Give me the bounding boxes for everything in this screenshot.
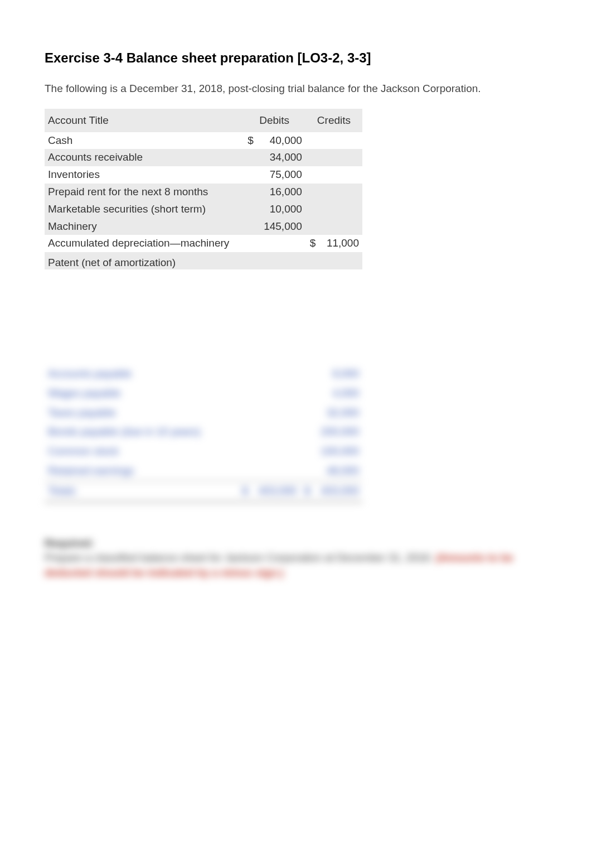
table-row: Wages payable 4,000: [45, 384, 362, 403]
account-title: Patent (net of amortization): [48, 257, 176, 268]
col-header-debits: Debits: [243, 109, 305, 132]
table-row: Bonds payable (due in 10 years) 200,000: [45, 422, 362, 442]
credit-value: 8,000: [314, 364, 362, 384]
required-text: Prepare a classified balance sheet for J…: [45, 552, 435, 563]
required-block: Required: Prepare a classified balance s…: [45, 536, 535, 581]
debit-currency: [243, 184, 256, 201]
credit-currency: [305, 184, 319, 201]
totals-row: Totals $ 403,000 $ 403,000: [45, 481, 362, 501]
debit-value: [257, 235, 305, 252]
debit-value: 40,000: [257, 132, 305, 150]
debit-currency: [243, 218, 256, 235]
debit-value: 75,000: [257, 166, 305, 184]
table-row: Taxes payable 32,000: [45, 403, 362, 423]
table-row: Inventories 75,000: [45, 166, 362, 184]
credit-currency: [305, 149, 319, 166]
account-title: Accumulated depreciation—machinery: [45, 235, 243, 252]
required-note: (Amounts to be deducted should be indica…: [45, 552, 513, 578]
debit-currency: $: [243, 132, 256, 150]
credit-currency: $: [305, 235, 319, 252]
account-title: Wages payable: [45, 384, 237, 403]
account-title: Cash: [45, 132, 243, 150]
credit-value: [319, 149, 362, 166]
account-title: Prepaid rent for the next 8 months: [45, 184, 243, 201]
exercise-title: Exercise 3-4 Balance sheet preparation […: [45, 50, 547, 66]
credit-currency: [305, 201, 319, 218]
account-title: Retained earnings: [45, 461, 237, 481]
debit-value: 16,000: [257, 184, 305, 201]
table-row-cutoff: Patent (net of amortization): [45, 252, 362, 269]
table-row: Machinery 145,000: [45, 218, 362, 235]
trial-balance-table: Account Title Debits Credits Cash $ 40,0…: [45, 109, 362, 269]
account-title: Marketable securities (short term): [45, 201, 243, 218]
table-row: Retained earnings 48,000: [45, 461, 362, 481]
credit-value: 11,000: [319, 235, 362, 252]
debit-currency: [243, 166, 256, 184]
credit-value: 403,000: [314, 481, 362, 501]
table-row: Marketable securities (short term) 10,00…: [45, 201, 362, 218]
account-title: Accounts receivable: [45, 149, 243, 166]
credit-value: [319, 201, 362, 218]
exercise-intro: The following is a December 31, 2018, po…: [45, 81, 535, 97]
table-row: Accumulated depreciation—machinery $ 11,…: [45, 235, 362, 252]
blurred-region: Accounts payable 8,000 Wages payable 4,0…: [45, 364, 547, 503]
credit-currency: [305, 218, 319, 235]
totals-label: Totals: [45, 481, 237, 501]
debit-value: 34,000: [257, 149, 305, 166]
debit-currency: [243, 235, 256, 252]
credit-currency: [305, 166, 319, 184]
account-title: Taxes payable: [45, 403, 237, 423]
credit-value: 100,000: [314, 442, 362, 461]
credit-value: [319, 218, 362, 235]
account-title: Bonds payable (due in 10 years): [45, 422, 237, 442]
debit-value: 10,000: [257, 201, 305, 218]
debit-currency: $: [237, 481, 251, 501]
credit-value: 200,000: [314, 422, 362, 442]
credit-currency: [305, 132, 319, 150]
col-header-account: Account Title: [45, 109, 243, 132]
account-title: Accounts payable: [45, 364, 237, 384]
credit-value: [319, 184, 362, 201]
debit-value: 145,000: [257, 218, 305, 235]
col-header-credits: Credits: [305, 109, 362, 132]
table-row: Accounts receivable 34,000: [45, 149, 362, 166]
credit-value: 48,000: [314, 461, 362, 481]
account-title: Inventories: [45, 166, 243, 184]
credit-currency: $: [300, 481, 313, 501]
credit-value: [319, 166, 362, 184]
credit-value: 32,000: [314, 403, 362, 423]
debit-value: 403,000: [251, 481, 300, 501]
debit-currency: [243, 149, 256, 166]
table-row: Accounts payable 8,000: [45, 364, 362, 384]
debit-currency: [243, 201, 256, 218]
table-row: Prepaid rent for the next 8 months 16,00…: [45, 184, 362, 201]
credit-value: [319, 132, 362, 150]
account-title: Machinery: [45, 218, 243, 235]
blurred-table: Accounts payable 8,000 Wages payable 4,0…: [45, 364, 362, 503]
credit-value: 4,000: [314, 384, 362, 403]
account-title: Common stock: [45, 442, 237, 461]
table-row: Cash $ 40,000: [45, 132, 362, 150]
table-row: Common stock 100,000: [45, 442, 362, 461]
required-heading: Required:: [45, 536, 535, 551]
